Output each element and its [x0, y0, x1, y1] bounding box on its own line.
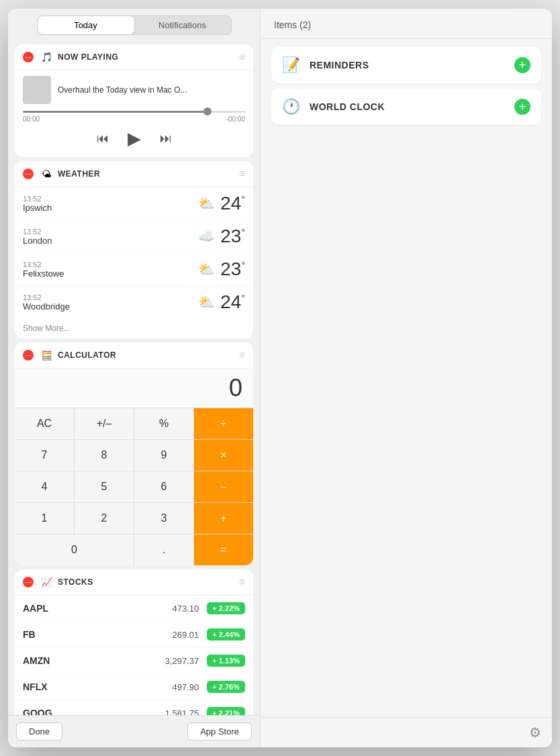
calc-btn-8[interactable]: 8: [75, 440, 134, 471]
weather-city: Ipswich: [23, 203, 198, 213]
right-panel-item: 🕐 WORLD CLOCK +: [271, 89, 541, 125]
now-playing-remove-btn[interactable]: [23, 52, 34, 62]
gear-button[interactable]: ⚙: [529, 724, 541, 741]
calc-btn-ac[interactable]: AC: [15, 408, 74, 439]
right-item-label: REMINDERS: [310, 60, 514, 70]
weather-time: 13:52: [23, 195, 198, 203]
weather-time: 13:52: [23, 261, 198, 269]
calculator-grid: AC+/–%÷789×456–123+0.=: [15, 408, 253, 565]
weather-time: 13:52: [23, 293, 198, 301]
stocks-title: STOCKS: [58, 577, 239, 587]
tab-bar: Today Notifications: [8, 9, 260, 40]
calculator-remove-btn[interactable]: [23, 350, 34, 361]
track-row: Overhaul the Today view in Mac O...: [23, 76, 245, 104]
calculator-drag-handle[interactable]: ≡: [239, 349, 245, 361]
calc-btn-op[interactable]: +: [194, 503, 253, 534]
weather-icon-widget: 🌤: [39, 167, 54, 181]
album-art: [23, 76, 51, 104]
calc-btn-op[interactable]: %: [134, 408, 193, 439]
tab-notifications[interactable]: Notifications: [134, 16, 231, 34]
weather-title: WEATHER: [58, 169, 239, 179]
display-value: 0: [229, 374, 242, 401]
right-bottom-bar: ⚙: [261, 717, 552, 747]
stock-symbol: AAPL: [23, 603, 173, 614]
stock-row: GOOG 1,581.75 + 2.21%: [15, 700, 253, 715]
calc-btn-1[interactable]: 1: [15, 503, 74, 534]
stock-row: AMZN 3,297.37 + 1.13%: [15, 648, 253, 674]
weather-city: London: [23, 236, 198, 246]
calc-btn-2[interactable]: 2: [75, 503, 134, 534]
progress-bar-container[interactable]: [23, 111, 245, 113]
calc-btn-op[interactable]: +/–: [75, 408, 134, 439]
calc-btn-op[interactable]: –: [194, 471, 253, 502]
rewind-btn[interactable]: ⏮: [97, 132, 109, 146]
calc-btn-7[interactable]: 7: [15, 440, 74, 471]
calc-btn-equals[interactable]: =: [194, 534, 253, 565]
calc-btn-9[interactable]: 9: [134, 440, 193, 471]
weather-condition-icon: ⛅: [198, 294, 215, 310]
weather-time-city: 13:52 Woodbridge: [23, 293, 198, 312]
weather-city: Woodbridge: [23, 301, 198, 312]
now-playing-content: Overhaul the Today view in Mac O... 00:0…: [15, 70, 253, 157]
weather-time-city: 13:52 Felixstowe: [23, 261, 198, 279]
weather-show-more[interactable]: Show More...: [15, 318, 253, 338]
calculator-display: 0: [15, 369, 253, 408]
stock-change: + 2.44%: [207, 628, 245, 641]
calculator-title: CALCULATOR: [58, 350, 239, 360]
add-item-button[interactable]: +: [514, 57, 530, 73]
right-item-icon: 📝: [282, 56, 300, 74]
calc-btn-0[interactable]: 0: [15, 534, 134, 565]
stocks-drag-handle[interactable]: ≡: [239, 576, 245, 588]
weather-time: 13:52: [23, 228, 198, 236]
right-panel-item: 📝 REMINDERS +: [271, 47, 541, 83]
weather-widget: 🌤 WEATHER ≡ 13:52 Ipswich ⛅ 24° 13:52 Lo…: [15, 161, 253, 338]
calculator-icon: 🧮: [39, 348, 54, 363]
add-item-button[interactable]: +: [514, 99, 530, 115]
weather-drag-handle[interactable]: ≡: [239, 168, 245, 180]
right-item-label: WORLD CLOCK: [310, 101, 514, 112]
weather-condition-icon: ⛅: [198, 195, 215, 211]
now-playing-title: NOW PLAYING: [58, 52, 239, 62]
stock-change: + 2.76%: [207, 681, 245, 693]
now-playing-drag-handle[interactable]: ≡: [239, 51, 245, 63]
weather-temperature: 23°: [220, 226, 245, 247]
progress-dot: [203, 107, 212, 115]
stock-symbol: FB: [23, 629, 173, 640]
fastforward-btn[interactable]: ⏭: [160, 132, 172, 146]
right-items: 📝 REMINDERS + 🕐 WORLD CLOCK +: [271, 47, 541, 125]
calc-btn-4[interactable]: 4: [15, 471, 74, 502]
weather-city: Felixstowe: [23, 269, 198, 279]
tab-group: Today Notifications: [37, 15, 232, 35]
now-playing-widget: 🎵 NOW PLAYING ≡ Overhaul the Today view …: [15, 44, 253, 157]
play-btn[interactable]: ▶: [128, 128, 141, 149]
weather-row: 13:52 London ☁️ 23°: [15, 220, 253, 253]
stock-row: NFLX 497.90 + 2.76%: [15, 674, 253, 700]
app-store-button[interactable]: App Store: [187, 722, 252, 741]
stock-change: + 1.13%: [207, 655, 245, 667]
calc-btn-3[interactable]: 3: [134, 503, 193, 534]
stock-row: FB 269.01 + 2.44%: [15, 622, 253, 648]
weather-remove-btn[interactable]: [23, 169, 34, 179]
weather-time-city: 13:52 London: [23, 228, 198, 246]
weather-condition-icon: ☁️: [198, 228, 215, 244]
calc-btn-op[interactable]: ×: [194, 440, 253, 471]
stock-price: 269.01: [173, 630, 199, 640]
left-content: 🎵 NOW PLAYING ≡ Overhaul the Today view …: [8, 40, 260, 715]
right-panel: Items (2) 📝 REMINDERS + 🕐 WORLD CLOCK + …: [260, 9, 552, 747]
now-playing-header: 🎵 NOW PLAYING ≡: [15, 44, 253, 70]
right-header: Items (2): [261, 9, 552, 39]
main-window: Today Notifications 🎵 NOW PLAYING ≡ Over…: [8, 9, 552, 747]
time-remaining: -00:00: [226, 115, 245, 123]
calc-btn-5[interactable]: 5: [75, 471, 134, 502]
calc-btn-6[interactable]: 6: [134, 471, 193, 502]
calc-btn-op[interactable]: ÷: [194, 408, 253, 439]
bottom-bar: Done App Store: [8, 715, 260, 747]
stocks-remove-btn[interactable]: [23, 577, 34, 587]
weather-row: 13:52 Felixstowe ⛅ 23°: [15, 253, 253, 286]
stocks-icon: 📈: [39, 575, 54, 589]
playback-controls: ⏮ ▶ ⏭: [23, 128, 245, 149]
done-button[interactable]: Done: [16, 722, 62, 741]
weather-row: 13:52 Ipswich ⛅ 24°: [15, 187, 253, 220]
calc-btn-dot[interactable]: .: [134, 534, 193, 565]
tab-today[interactable]: Today: [38, 16, 134, 34]
